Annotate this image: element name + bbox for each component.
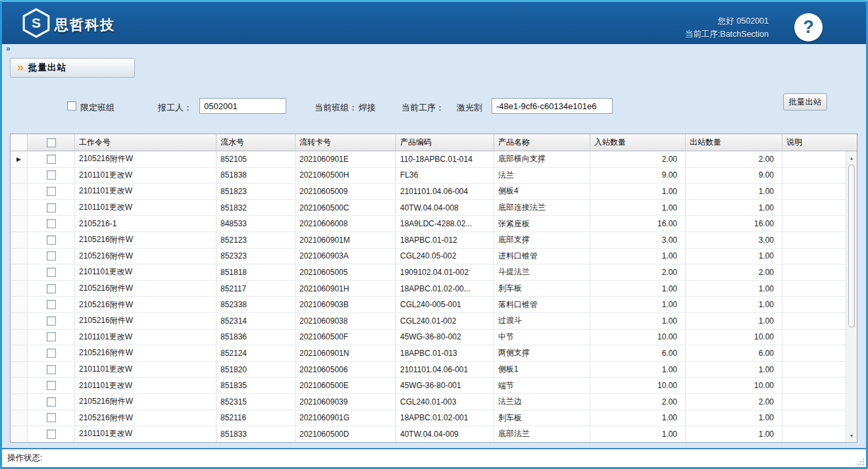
cell-product_code: 45WG-36-80-002: [396, 330, 494, 345]
row-selector[interactable]: [11, 378, 28, 393]
row-checkbox[interactable]: [47, 170, 56, 180]
table-row[interactable]: 2105216附件W8521162021060901G18APBC.01.02-…: [11, 410, 846, 427]
row-selector[interactable]: [11, 281, 28, 297]
row-checkbox[interactable]: [47, 381, 56, 390]
table-row[interactable]: 2101101更改W851820202106050062101101.04.06…: [11, 362, 846, 378]
column-header-note[interactable]: 说明: [782, 134, 857, 151]
table-row[interactable]: 2105216附件W8521232021060901M18APBC.01-012…: [11, 232, 846, 249]
table-row[interactable]: 2101101更改W8518382021060500HFL36法兰9.009.0…: [11, 168, 846, 184]
table-row[interactable]: 2105216附件W8521242021060901N18APBC.01-013…: [11, 345, 846, 362]
cell-product_name: 中节: [494, 330, 590, 345]
select-all-checkbox[interactable]: [47, 138, 56, 147]
cell-product_name: 张紧座板: [494, 216, 590, 232]
table-row[interactable]: 2105216附件W85231520210609039CGL240.01-003…: [11, 394, 846, 410]
column-header-serial_no[interactable]: 流水号: [217, 134, 295, 151]
row-checkbox-cell: [28, 394, 75, 410]
row-selector[interactable]: [11, 168, 28, 184]
column-header-product_name[interactable]: 产品名称: [494, 134, 590, 151]
column-header-qty_out[interactable]: 出站数量: [686, 134, 782, 151]
row-checkbox[interactable]: [47, 300, 56, 309]
cell-qty_in: 1.00: [590, 426, 686, 442]
vertical-scrollbar[interactable]: ▲ ▼: [846, 151, 857, 442]
row-checkbox[interactable]: [47, 203, 56, 212]
row-checkbox-cell: [28, 168, 75, 184]
panel-collapse-icon[interactable]: »: [6, 44, 11, 53]
cell-product_code: 40TW.04.04-009: [396, 426, 494, 442]
process-id-input[interactable]: [492, 98, 613, 114]
row-checkbox[interactable]: [47, 219, 56, 228]
row-selector[interactable]: [11, 264, 28, 280]
row-checkbox[interactable]: [47, 251, 56, 260]
cell-product_code: 18APBC.01.02-00...: [396, 281, 494, 297]
row-checkbox[interactable]: [47, 413, 56, 422]
resize-grip[interactable]: [856, 457, 864, 465]
table-row[interactable]: 2101101更改W851823202106050092101101.04.06…: [11, 184, 846, 200]
row-selector[interactable]: [11, 345, 28, 361]
row-selector[interactable]: [11, 297, 28, 312]
column-header-work_order[interactable]: 工作令号: [75, 134, 217, 151]
row-selector[interactable]: [11, 249, 28, 264]
cell-work_order: 2105216附件W: [75, 151, 217, 167]
row-checkbox[interactable]: [47, 430, 56, 439]
row-checkbox[interactable]: [47, 268, 56, 277]
row-checkbox[interactable]: [47, 349, 56, 358]
row-checkbox[interactable]: [47, 365, 56, 374]
table-row[interactable]: ▶2105216附件W8521052021060901E110-18APBC.0…: [11, 151, 846, 168]
cell-note: [782, 394, 846, 410]
row-selector[interactable]: [11, 362, 28, 378]
cell-serial_no: 852124: [217, 345, 295, 361]
reporter-input[interactable]: [199, 98, 286, 114]
column-header-product_code[interactable]: 产品编码: [396, 134, 494, 151]
cell-serial_no: 851835: [217, 378, 295, 393]
batch-exit-button[interactable]: 批量出站: [783, 93, 827, 111]
row-selector[interactable]: [11, 394, 28, 410]
row-checkbox[interactable]: [47, 316, 56, 326]
scroll-up-icon[interactable]: ▲: [846, 153, 857, 163]
row-selector[interactable]: [11, 426, 28, 442]
tab-batch-exit[interactable]: » 批量出站: [10, 58, 135, 78]
cell-card_no: 20210609038: [295, 313, 396, 329]
brand-logo-icon: S: [22, 8, 51, 38]
table-row[interactable]: 2101101更改W8518322021060500C40TW.04.04-00…: [11, 200, 846, 216]
row-selector[interactable]: [11, 410, 28, 426]
scroll-down-icon[interactable]: ▼: [846, 430, 857, 441]
cell-qty_in: 9.00: [590, 168, 686, 184]
table-row[interactable]: 2105216附件W8521172021060901H18APBC.01.02-…: [11, 281, 846, 297]
cell-qty_in: 2.00: [590, 151, 686, 167]
table-row[interactable]: 2105216附件W8523232021060903ACGL240.05-002…: [11, 249, 846, 265]
row-checkbox[interactable]: [47, 284, 56, 293]
column-header-qty_in[interactable]: 入站数量: [590, 134, 686, 151]
cell-product_code: 2101101.04.06-004: [396, 184, 494, 199]
row-checkbox[interactable]: [47, 155, 56, 164]
row-selector[interactable]: ▶: [11, 151, 28, 167]
row-checkbox[interactable]: [47, 332, 56, 341]
cell-qty_out: 6.00: [686, 345, 782, 361]
current-team-value: 焊接: [359, 102, 376, 114]
row-checkbox[interactable]: [47, 235, 56, 245]
table-row[interactable]: 2101101更改W851818202106050051909102.04.01…: [11, 264, 846, 281]
row-selector[interactable]: [11, 232, 28, 248]
cell-note: [782, 281, 846, 297]
table-row[interactable]: 2105216-18485332021060600818A9LDC-4288.0…: [11, 216, 846, 232]
scrollbar-thumb[interactable]: [848, 164, 855, 328]
row-selector[interactable]: [11, 184, 28, 199]
limit-team-checkbox[interactable]: [67, 101, 76, 111]
row-checkbox[interactable]: [47, 187, 56, 196]
row-selector[interactable]: [11, 216, 28, 232]
row-selector[interactable]: [11, 330, 28, 345]
table-row[interactable]: 2105216附件W8523382021060903BCGL240-005-00…: [11, 297, 846, 313]
help-button[interactable]: ?: [794, 13, 823, 41]
table-row[interactable]: 2101101更改W8518352021060500E45WG-36-80-00…: [11, 378, 846, 394]
row-checkbox-cell: [28, 232, 75, 248]
table-row[interactable]: 2105216附件W85231420210609038CGL240.01-002…: [11, 313, 846, 330]
row-selector[interactable]: [11, 313, 28, 329]
current-process-line: 当前工序:BatchSection: [685, 28, 769, 41]
app-window: S 思哲科技 您好 0502001 当前工序:BatchSection ? » …: [0, 0, 868, 469]
table-row[interactable]: 2101101更改W8518332021060500D40TW.04.04-00…: [11, 426, 846, 443]
column-header-card_no[interactable]: 流转卡号: [295, 134, 396, 151]
table-row[interactable]: 2101101更改W8518362021060500F45WG-36-80-00…: [11, 330, 846, 346]
row-checkbox-cell: [28, 313, 75, 329]
row-checkbox[interactable]: [47, 397, 56, 407]
row-selector[interactable]: [11, 200, 28, 216]
cell-serial_no: 852323: [217, 249, 295, 264]
